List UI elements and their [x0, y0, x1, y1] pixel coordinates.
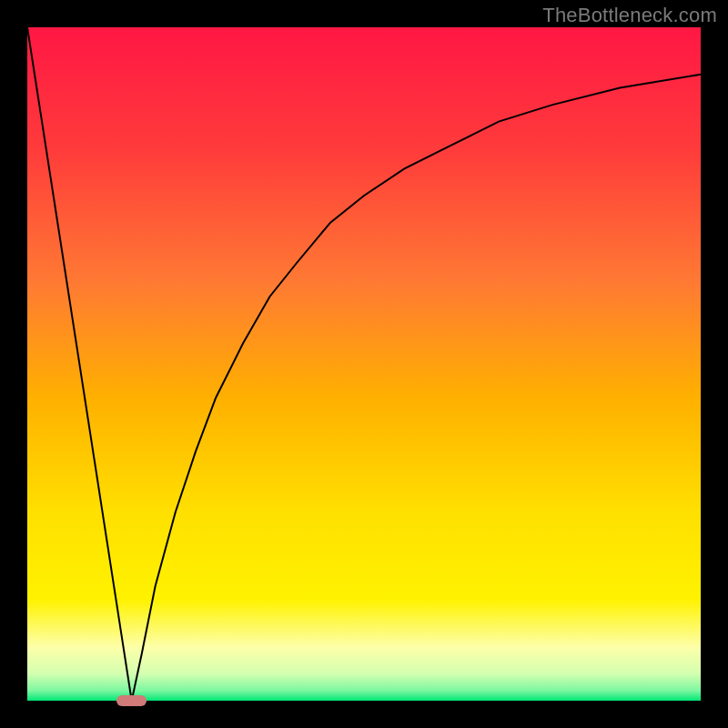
chart-frame: TheBottleneck.com: [0, 0, 728, 728]
plot-area: [27, 27, 701, 701]
minimum-marker: [116, 695, 147, 706]
curve-path: [27, 27, 701, 701]
bottleneck-curve: [27, 27, 701, 701]
watermark-text: TheBottleneck.com: [542, 4, 717, 27]
